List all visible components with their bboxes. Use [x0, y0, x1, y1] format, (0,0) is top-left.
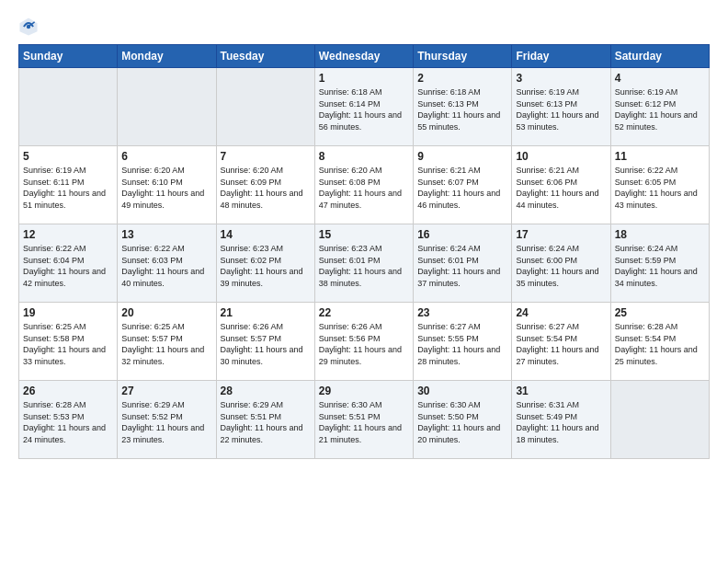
day-number: 31: [516, 385, 606, 397]
day-number: 23: [417, 306, 507, 319]
logo-icon: [18, 17, 39, 37]
day-header-tuesday: Tuesday: [216, 45, 314, 68]
day-info: Sunrise: 6:26 AMSunset: 5:57 PMDaylight:…: [221, 321, 311, 367]
calendar-day-cell: [19, 68, 118, 146]
day-header-monday: Monday: [118, 45, 216, 68]
day-number: 15: [319, 228, 409, 241]
logo-area: [18, 17, 40, 37]
day-info: Sunrise: 6:24 AMSunset: 5:59 PMDaylight:…: [615, 243, 705, 289]
day-header-friday: Friday: [512, 45, 610, 68]
calendar-day-cell: 19Sunrise: 6:25 AMSunset: 5:58 PMDayligh…: [19, 303, 118, 381]
calendar-day-cell: 27Sunrise: 6:29 AMSunset: 5:52 PMDayligh…: [118, 381, 216, 459]
day-number: 13: [121, 228, 211, 241]
day-number: 11: [615, 150, 705, 163]
day-number: 2: [417, 72, 507, 85]
calendar-day-cell: 8Sunrise: 6:20 AMSunset: 6:08 PMDaylight…: [314, 146, 413, 224]
day-number: 7: [221, 150, 311, 163]
calendar-day-cell: [610, 381, 709, 459]
day-number: 26: [23, 385, 113, 397]
calendar-day-cell: 21Sunrise: 6:26 AMSunset: 5:57 PMDayligh…: [216, 303, 314, 381]
day-info: Sunrise: 6:20 AMSunset: 6:08 PMDaylight:…: [319, 165, 409, 211]
day-number: 10: [516, 150, 606, 163]
day-info: Sunrise: 6:21 AMSunset: 6:07 PMDaylight:…: [417, 165, 507, 211]
calendar-day-cell: 5Sunrise: 6:19 AMSunset: 6:11 PMDaylight…: [19, 146, 118, 224]
day-number: 22: [319, 306, 409, 319]
day-info: Sunrise: 6:26 AMSunset: 5:56 PMDaylight:…: [319, 321, 409, 367]
calendar-day-cell: 23Sunrise: 6:27 AMSunset: 5:55 PMDayligh…: [414, 303, 512, 381]
calendar-day-cell: 24Sunrise: 6:27 AMSunset: 5:54 PMDayligh…: [512, 303, 610, 381]
day-info: Sunrise: 6:22 AMSunset: 6:03 PMDaylight:…: [121, 243, 211, 289]
calendar-day-cell: [118, 68, 216, 146]
day-number: 20: [121, 306, 211, 319]
day-number: 25: [615, 306, 705, 319]
calendar-day-cell: 14Sunrise: 6:23 AMSunset: 6:02 PMDayligh…: [216, 224, 314, 303]
day-number: 19: [23, 306, 113, 319]
calendar-day-cell: 16Sunrise: 6:24 AMSunset: 6:01 PMDayligh…: [414, 224, 512, 303]
calendar-day-cell: 11Sunrise: 6:22 AMSunset: 6:05 PMDayligh…: [610, 146, 709, 224]
calendar-day-cell: 26Sunrise: 6:28 AMSunset: 5:53 PMDayligh…: [19, 381, 118, 459]
calendar-week-row: 1Sunrise: 6:18 AMSunset: 6:14 PMDaylight…: [19, 68, 710, 146]
day-info: Sunrise: 6:19 AMSunset: 6:13 PMDaylight:…: [516, 86, 606, 132]
day-info: Sunrise: 6:20 AMSunset: 6:10 PMDaylight:…: [121, 165, 211, 211]
calendar-day-cell: 29Sunrise: 6:30 AMSunset: 5:51 PMDayligh…: [314, 381, 413, 459]
day-info: Sunrise: 6:27 AMSunset: 5:55 PMDaylight:…: [417, 321, 507, 367]
calendar-day-cell: 13Sunrise: 6:22 AMSunset: 6:03 PMDayligh…: [118, 224, 216, 303]
calendar-day-cell: 10Sunrise: 6:21 AMSunset: 6:06 PMDayligh…: [512, 146, 610, 224]
calendar-week-row: 12Sunrise: 6:22 AMSunset: 6:04 PMDayligh…: [19, 224, 710, 303]
calendar-day-cell: 28Sunrise: 6:29 AMSunset: 5:51 PMDayligh…: [216, 381, 314, 459]
day-info: Sunrise: 6:19 AMSunset: 6:12 PMDaylight:…: [615, 86, 705, 132]
day-info: Sunrise: 6:30 AMSunset: 5:50 PMDaylight:…: [417, 399, 507, 445]
day-number: 28: [221, 385, 311, 397]
day-info: Sunrise: 6:28 AMSunset: 5:53 PMDaylight:…: [23, 399, 113, 445]
day-header-thursday: Thursday: [414, 45, 512, 68]
day-number: 18: [615, 228, 705, 241]
day-info: Sunrise: 6:22 AMSunset: 6:04 PMDaylight:…: [23, 243, 113, 289]
day-info: Sunrise: 6:24 AMSunset: 6:01 PMDaylight:…: [417, 243, 507, 289]
calendar-week-row: 5Sunrise: 6:19 AMSunset: 6:11 PMDaylight…: [19, 146, 710, 224]
day-info: Sunrise: 6:19 AMSunset: 6:11 PMDaylight:…: [23, 165, 113, 211]
calendar-day-cell: 20Sunrise: 6:25 AMSunset: 5:57 PMDayligh…: [118, 303, 216, 381]
logo: [18, 17, 40, 37]
calendar-week-row: 19Sunrise: 6:25 AMSunset: 5:58 PMDayligh…: [19, 303, 710, 381]
calendar-day-cell: 2Sunrise: 6:18 AMSunset: 6:13 PMDaylight…: [414, 68, 512, 146]
calendar-day-cell: 18Sunrise: 6:24 AMSunset: 5:59 PMDayligh…: [610, 224, 709, 303]
day-number: 8: [319, 150, 409, 163]
day-info: Sunrise: 6:18 AMSunset: 6:14 PMDaylight:…: [319, 86, 409, 132]
day-info: Sunrise: 6:25 AMSunset: 5:58 PMDaylight:…: [23, 321, 113, 367]
day-number: 9: [417, 150, 507, 163]
day-info: Sunrise: 6:29 AMSunset: 5:52 PMDaylight:…: [121, 399, 211, 445]
svg-point-1: [27, 25, 30, 29]
calendar-day-cell: 17Sunrise: 6:24 AMSunset: 6:00 PMDayligh…: [512, 224, 610, 303]
day-number: 29: [319, 385, 409, 397]
day-info: Sunrise: 6:30 AMSunset: 5:51 PMDaylight:…: [319, 399, 409, 445]
day-header-sunday: Sunday: [19, 45, 118, 68]
calendar-day-cell: 25Sunrise: 6:28 AMSunset: 5:54 PMDayligh…: [610, 303, 709, 381]
day-header-saturday: Saturday: [610, 45, 709, 68]
day-info: Sunrise: 6:22 AMSunset: 6:05 PMDaylight:…: [615, 165, 705, 211]
calendar-day-cell: 12Sunrise: 6:22 AMSunset: 6:04 PMDayligh…: [19, 224, 118, 303]
day-number: 27: [121, 385, 211, 397]
day-number: 4: [615, 72, 705, 85]
day-info: Sunrise: 6:25 AMSunset: 5:57 PMDaylight:…: [121, 321, 211, 367]
day-header-wednesday: Wednesday: [314, 45, 413, 68]
day-info: Sunrise: 6:18 AMSunset: 6:13 PMDaylight:…: [417, 86, 507, 132]
calendar-week-row: 26Sunrise: 6:28 AMSunset: 5:53 PMDayligh…: [19, 381, 710, 459]
calendar-day-cell: 1Sunrise: 6:18 AMSunset: 6:14 PMDaylight…: [314, 68, 413, 146]
day-info: Sunrise: 6:29 AMSunset: 5:51 PMDaylight:…: [221, 399, 311, 445]
day-number: 17: [516, 228, 606, 241]
calendar-day-cell: 4Sunrise: 6:19 AMSunset: 6:12 PMDaylight…: [610, 68, 709, 146]
calendar-day-cell: 31Sunrise: 6:31 AMSunset: 5:49 PMDayligh…: [512, 381, 610, 459]
day-number: 24: [516, 306, 606, 319]
day-info: Sunrise: 6:24 AMSunset: 6:00 PMDaylight:…: [516, 243, 606, 289]
day-info: Sunrise: 6:23 AMSunset: 6:02 PMDaylight:…: [221, 243, 311, 289]
calendar-day-cell: 3Sunrise: 6:19 AMSunset: 6:13 PMDaylight…: [512, 68, 610, 146]
calendar-header-row: SundayMondayTuesdayWednesdayThursdayFrid…: [19, 45, 710, 68]
calendar-day-cell: 7Sunrise: 6:20 AMSunset: 6:09 PMDaylight…: [216, 146, 314, 224]
day-info: Sunrise: 6:27 AMSunset: 5:54 PMDaylight:…: [516, 321, 606, 367]
day-info: Sunrise: 6:31 AMSunset: 5:49 PMDaylight:…: [516, 399, 606, 445]
page: SundayMondayTuesdayWednesdayThursdayFrid…: [0, 0, 728, 563]
day-info: Sunrise: 6:20 AMSunset: 6:09 PMDaylight:…: [221, 165, 311, 211]
calendar-day-cell: 9Sunrise: 6:21 AMSunset: 6:07 PMDaylight…: [414, 146, 512, 224]
day-info: Sunrise: 6:28 AMSunset: 5:54 PMDaylight:…: [615, 321, 705, 367]
calendar-table: SundayMondayTuesdayWednesdayThursdayFrid…: [18, 44, 710, 459]
